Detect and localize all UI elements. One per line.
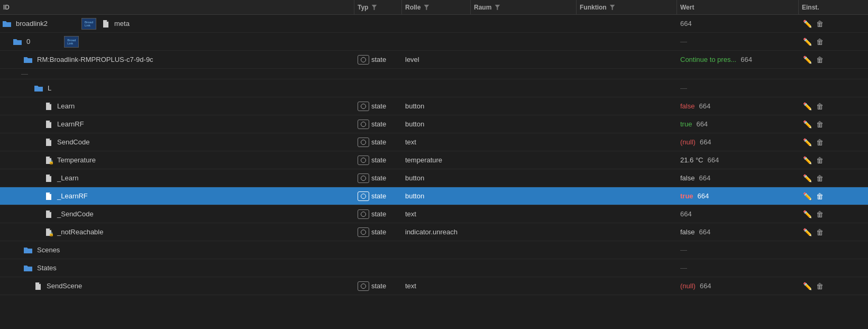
funktion-cell [577,133,677,151]
rolle-cell: temperature [402,151,471,169]
typ-cell: state [354,169,402,187]
actions-cell: ✏️ 🗑 [799,277,867,295]
rolle-cell: indicator.unreach [402,223,471,241]
actions-cell [799,241,867,259]
col-header-rolle[interactable]: Rolle [402,0,471,14]
file-lock-icon: 🔒 [44,156,53,164]
raum-cell [471,277,577,295]
raum-cell [471,151,577,169]
table-row[interactable]: SendScene state text (null) 664 ✏️ 🗑 [0,277,868,295]
table-row[interactable]: _Learn state button false 664 ✏️ 🗑 [0,169,868,187]
raum-cell [471,133,577,151]
rolle-cell: text [402,277,471,295]
edit-icon[interactable]: ✏️ [803,192,812,200]
typ-cell: state [354,223,402,241]
actions-cell: ✏️ 🗑 [799,115,867,133]
col-header-wert[interactable]: Wert [677,0,799,14]
raum-cell [471,79,577,97]
table-row-selected[interactable]: _LearnRF state button true 664 ✏️ 🗑 [0,187,868,205]
id-cell-scenes: Scenes [0,241,354,259]
delete-icon[interactable]: 🗑 [816,156,824,164]
file-icon [44,138,53,147]
delete-icon[interactable]: 🗑 [816,20,824,28]
raum-cell [471,15,577,32]
filter-raum-icon [495,5,500,10]
table-row[interactable]: LearnRF state button true 664 ✏️ 🗑 [0,115,868,133]
folder-icon [23,245,33,255]
col-header-raum[interactable]: Raum [471,0,577,14]
table-row[interactable]: broadlink2 BroadLink meta 664 ✏ [0,15,868,33]
delete-icon[interactable]: 🗑 [816,102,824,111]
table-row[interactable]: RM:Broadlink-RMPROPLUS-c7-9d-9c state le… [0,51,868,69]
delete-icon[interactable]: 🗑 [816,38,824,46]
actions-cell: ✏️ 🗑 [799,223,867,241]
table-row-spacer: — [0,69,868,79]
edit-icon[interactable]: ✏️ [803,102,812,111]
rolle-cell: button [402,115,471,133]
rolle-cell [402,79,471,97]
thumbnail: BroadLink [81,18,96,30]
file-icon [44,174,53,182]
actions-cell: ✏️ 🗑 [799,33,867,50]
actions-cell [799,259,867,277]
file-icon [44,102,53,111]
delete-icon[interactable]: 🗑 [816,192,824,200]
wert-cell: true 664 [677,115,799,133]
rolle-cell: button [402,97,471,115]
row-label: Learn [57,102,75,110]
row-label: LearnRF [57,120,84,128]
table-row[interactable]: SendCode state text (null) 664 ✏️ 🗑 [0,133,868,151]
id-cell-sendscene: SendScene [0,277,354,295]
edit-icon[interactable]: ✏️ [803,156,812,164]
folder-icon [2,19,12,29]
wert-cell: true 664 [677,187,799,205]
delete-icon[interactable]: 🗑 [816,210,824,218]
col-header-id[interactable]: ID [0,0,354,14]
state-badge [358,191,369,201]
edit-icon[interactable]: ✏️ [803,120,812,129]
delete-icon[interactable]: 🗑 [816,138,824,147]
wert-cell: — [677,259,799,277]
table-row[interactable]: _SendCode state text 664 ✏️ 🗑 [0,205,868,223]
delete-icon[interactable]: 🗑 [816,56,824,64]
edit-icon[interactable]: ✏️ [803,282,812,290]
table-row[interactable]: Learn state button false 664 ✏️ 🗑 [0,97,868,115]
col-header-einst[interactable]: Einst. [799,0,867,14]
col-header-typ[interactable]: Typ [354,0,402,14]
edit-icon[interactable]: ✏️ [803,210,812,218]
id-cell-0: 0 BroadLink [0,33,354,50]
table-row[interactable]: 🔒 Temperature state temperature 21.6 °C … [0,151,868,169]
filter-rolle-icon [424,5,429,10]
row-label: 0 [26,38,30,45]
edit-icon[interactable]: ✏️ [803,138,812,147]
table-row[interactable]: Scenes — [0,241,868,259]
table-row[interactable]: L — [0,79,868,97]
funktion-cell [577,97,677,115]
file-icon [44,210,53,218]
raum-cell [471,223,577,241]
edit-icon[interactable]: ✏️ [803,174,812,182]
id-cell-states: States [0,259,354,277]
typ-cell: state [354,187,402,205]
col-header-funktion[interactable]: Funktion [577,0,677,14]
delete-icon[interactable]: 🗑 [816,174,824,182]
state-badge [358,55,369,65]
edit-icon[interactable]: ✏️ [803,56,812,64]
actions-cell: ✏️ 🗑 [799,97,867,115]
rolle-cell: button [402,187,471,205]
edit-icon[interactable]: ✏️ [803,228,812,236]
wert-cell: — [677,33,799,50]
edit-icon[interactable]: ✏️ [803,38,812,46]
delete-icon[interactable]: 🗑 [816,282,824,290]
table-row[interactable]: States — [0,259,868,277]
funktion-cell [577,205,677,223]
delete-icon[interactable]: 🗑 [816,228,824,236]
table-row[interactable]: 🔒 _notReachable state indicator.unreach … [0,223,868,241]
funktion-cell [577,241,677,259]
funktion-cell [577,187,677,205]
raum-cell [471,169,577,187]
edit-icon[interactable]: ✏️ [803,20,812,28]
raum-cell [471,97,577,115]
table-row[interactable]: 0 BroadLink — ✏️ 🗑 [0,33,868,51]
delete-icon[interactable]: 🗑 [816,120,824,129]
